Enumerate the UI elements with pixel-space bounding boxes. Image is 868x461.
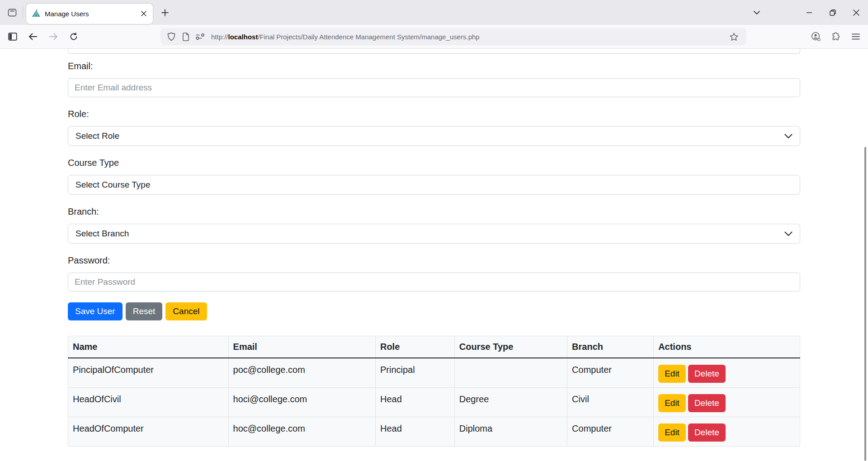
chevron-down-icon	[784, 231, 793, 236]
delete-button[interactable]: Delete	[688, 394, 726, 412]
account-button[interactable]	[808, 29, 824, 44]
star-icon	[730, 33, 738, 41]
header-branch: Branch	[567, 336, 654, 358]
navigation-bar: http://localhost/Final Projects/Daily At…	[0, 25, 868, 49]
chevron-down-icon	[753, 9, 760, 16]
branch-select[interactable]: Select Branch	[68, 224, 800, 244]
tab-title: Manage Users	[45, 10, 138, 18]
bookmark-star-button[interactable]	[727, 30, 740, 43]
tab-close-icon[interactable]	[138, 8, 149, 19]
page-icon	[182, 33, 189, 41]
table-row: HeadOfCivil hoci@college.com Head Degree…	[68, 388, 800, 417]
edit-button[interactable]: Edit	[658, 423, 686, 442]
cell-course-type: Degree	[454, 388, 567, 417]
course-type-select[interactable]: Select Course Type	[68, 175, 800, 195]
close-icon	[853, 9, 859, 16]
edit-button[interactable]: Edit	[658, 394, 686, 412]
cell-actions: EditDelete	[654, 358, 800, 388]
page-viewport: Email: Role: Select Role Course Type Sel…	[0, 49, 868, 461]
branch-select-value: Select Branch	[75, 229, 784, 239]
forward-button[interactable]	[46, 29, 61, 44]
delete-button[interactable]: Delete	[688, 365, 726, 383]
cell-actions: EditDelete	[654, 417, 800, 447]
tracking-protection-button[interactable]	[165, 30, 178, 43]
window-controls	[797, 0, 868, 25]
forward-arrow-icon	[49, 33, 58, 40]
vertical-scrollbar[interactable]	[864, 147, 866, 461]
list-all-tabs-button[interactable]	[749, 5, 765, 21]
puzzle-icon	[831, 32, 840, 41]
email-field[interactable]	[68, 78, 800, 97]
url-path: /Final Projects/Daily Attendence Managem…	[258, 33, 479, 41]
url-text[interactable]: http://localhost/Final Projects/Daily At…	[211, 33, 727, 41]
new-tab-button[interactable]	[157, 5, 173, 20]
course-type-label: Course Type	[68, 157, 800, 169]
cell-branch: Civil	[567, 388, 654, 417]
password-field[interactable]	[68, 273, 800, 292]
extensions-button[interactable]	[828, 29, 844, 44]
close-window-button[interactable]	[844, 0, 868, 25]
header-course-type: Course Type	[454, 336, 567, 358]
cell-role: Head	[375, 388, 454, 417]
url-protocol: http://	[211, 33, 228, 41]
cell-branch: Computer	[567, 358, 654, 388]
tab-manage-users[interactable]: Manage Users	[26, 4, 153, 24]
firefox-view-icon	[7, 8, 17, 18]
permissions-button[interactable]	[194, 30, 207, 43]
name-input-partial[interactable]	[68, 49, 800, 54]
restore-button[interactable]	[821, 0, 844, 25]
back-button[interactable]	[25, 29, 41, 44]
shield-icon	[167, 32, 175, 41]
delete-button[interactable]: Delete	[688, 423, 726, 442]
header-role: Role	[375, 336, 454, 358]
cell-branch: Computer	[567, 417, 654, 447]
table-row: PincipalOfComputer poc@college.com Princ…	[68, 358, 800, 388]
reload-icon	[70, 33, 78, 41]
role-select-value: Select Role	[75, 131, 784, 141]
email-label: Email:	[68, 60, 800, 72]
menu-button[interactable]	[848, 29, 863, 44]
firefox-view-button[interactable]	[5, 5, 20, 20]
reload-button[interactable]	[66, 29, 81, 44]
cell-name: PincipalOfComputer	[68, 358, 229, 388]
cell-role: Principal	[375, 358, 454, 388]
branch-label: Branch:	[68, 206, 800, 218]
role-select[interactable]: Select Role	[68, 126, 800, 146]
sidebar-icon	[8, 33, 17, 41]
permissions-sliders-icon	[196, 33, 205, 40]
edit-button[interactable]: Edit	[658, 365, 686, 383]
header-name: Name	[68, 336, 229, 358]
table-header-row: Name Email Role Course Type Branch Actio…	[68, 336, 800, 358]
course-type-select-value: Select Course Type	[75, 180, 793, 190]
cancel-button[interactable]: Cancel	[165, 302, 207, 320]
minimize-icon	[806, 9, 812, 16]
url-host: localhost	[228, 33, 258, 41]
chevron-down-icon	[784, 134, 793, 139]
users-table: Name Email Role Course Type Branch Actio…	[68, 336, 800, 447]
form-buttons: Save User Reset Cancel	[68, 302, 800, 320]
cell-name: HeadOfCivil	[68, 388, 229, 417]
minimize-button[interactable]	[797, 0, 821, 25]
tab-bar: Manage Users	[0, 0, 868, 25]
plus-icon	[161, 9, 169, 16]
page-info-button[interactable]	[179, 30, 192, 43]
manage-users-form: Email: Role: Select Role Course Type Sel…	[68, 49, 800, 447]
cell-role: Head	[375, 417, 454, 447]
cell-email: poc@college.com	[228, 358, 375, 388]
url-bar[interactable]: http://localhost/Final Projects/Daily At…	[160, 28, 746, 45]
hamburger-icon	[852, 33, 860, 40]
table-row: HeadOfComputer hoc@college.com Head Dipl…	[68, 417, 800, 447]
site-favicon	[32, 9, 41, 18]
password-label: Password:	[68, 254, 800, 267]
toolbar-right	[808, 29, 863, 44]
reset-button[interactable]: Reset	[126, 302, 163, 320]
cell-email: hoci@college.com	[228, 388, 375, 417]
save-user-button[interactable]: Save User	[68, 302, 123, 320]
restore-icon	[829, 9, 836, 16]
back-arrow-icon	[28, 33, 38, 40]
sidebar-toggle-button[interactable]	[5, 29, 20, 44]
header-actions: Actions	[654, 336, 800, 358]
cell-actions: EditDelete	[654, 388, 800, 417]
role-label: Role:	[68, 108, 800, 120]
cell-name: HeadOfComputer	[68, 417, 229, 447]
